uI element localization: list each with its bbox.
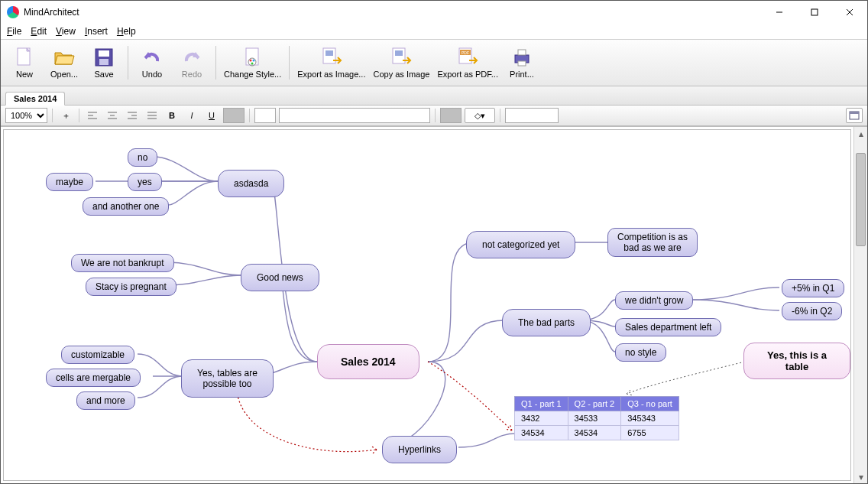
scroll-thumb[interactable] (856, 153, 866, 246)
close-button[interactable] (832, 1, 867, 24)
node-yes[interactable]: yes (128, 173, 162, 191)
file-new-icon (14, 47, 35, 68)
bold-button[interactable]: B (164, 108, 180, 123)
svg-rect-3 (99, 50, 109, 57)
export-pdf-icon: PDF (457, 47, 478, 68)
export-image-button[interactable]: Export as Image... (294, 42, 368, 83)
border-color-swatch[interactable] (440, 108, 462, 123)
table-row[interactable]: 34534 34534 6755 (515, 426, 679, 440)
node-root[interactable]: Sales 2014 (317, 344, 419, 379)
new-button[interactable]: New (5, 42, 44, 83)
document-tab[interactable]: Sales 2014 (5, 92, 65, 106)
maximize-button[interactable] (797, 1, 832, 24)
node-bad-parts[interactable]: The bad parts (502, 309, 591, 336)
copy-image-icon (390, 47, 412, 68)
node-q1[interactable]: +5% in Q1 (782, 279, 844, 297)
node-competition[interactable]: Competition is as bad as we are (607, 228, 698, 257)
folder-open-icon (53, 47, 75, 68)
underline-button[interactable]: U (203, 108, 220, 123)
redo-button[interactable]: Redo (173, 42, 211, 83)
copy-image-button[interactable]: Copy as Image (370, 42, 432, 83)
canvas-wrap: Sales 2014 asdasda no yes maybe and anot… (1, 126, 867, 483)
line-style-picker[interactable] (505, 108, 559, 123)
svg-rect-19 (518, 61, 526, 66)
node-no-style[interactable]: no style (615, 343, 666, 362)
window-title: MindArchitect (24, 7, 79, 18)
node-not-categorized[interactable]: not categorized yet (466, 231, 575, 258)
node-tables[interactable]: Yes, tables are possible too (181, 359, 274, 398)
align-justify-button[interactable] (144, 108, 160, 123)
node-and-another[interactable]: and another one (83, 197, 169, 216)
node-bankrupt[interactable]: We are not bankrupt (71, 254, 174, 272)
open-button[interactable]: Open... (45, 42, 83, 83)
toolbar-separator (128, 46, 128, 80)
save-button[interactable]: Save (85, 42, 123, 83)
undo-button[interactable]: Undo (133, 42, 171, 83)
table-header: Q1 - part 1 (515, 397, 568, 411)
node-good-news[interactable]: Good news (241, 264, 319, 291)
panel-toggle-button[interactable] (846, 108, 863, 123)
zoom-select[interactable]: 100% (5, 108, 47, 123)
svg-point-8 (252, 60, 254, 62)
app-icon (7, 6, 19, 18)
node-stacy[interactable]: Stacy is pregnant (86, 278, 177, 296)
menubar: File Edit View Insert Help (1, 24, 867, 39)
font-picker[interactable] (279, 108, 430, 123)
change-style-button[interactable]: Change Style... (221, 42, 284, 83)
shape-picker[interactable]: ◇▾ (465, 108, 495, 123)
italic-button[interactable]: I (183, 108, 200, 123)
svg-point-7 (249, 60, 251, 62)
node-and-more[interactable]: and more (76, 391, 135, 410)
table-header: Q2 - part 2 (568, 397, 621, 411)
align-left-button[interactable] (84, 108, 101, 123)
table-row[interactable]: 3432 34533 345343 (515, 411, 679, 426)
menu-help[interactable]: Help (117, 26, 136, 37)
scroll-down-icon[interactable]: ▾ (854, 470, 867, 483)
minimize-button[interactable] (762, 1, 797, 24)
table-header: Q3 - no part (621, 397, 679, 411)
toolbar-separator (215, 46, 216, 80)
node-no[interactable]: no (128, 148, 157, 167)
printer-icon (511, 47, 533, 68)
svg-rect-4 (99, 59, 108, 65)
font-color-swatch[interactable] (223, 108, 245, 123)
menu-edit[interactable]: Edit (31, 26, 47, 37)
mindmap-canvas[interactable]: Sales 2014 asdasda no yes maybe and anot… (3, 129, 851, 481)
menu-insert[interactable]: Insert (85, 26, 108, 37)
node-hyperlinks[interactable]: Hyperlinks (382, 436, 457, 463)
node-maybe[interactable]: maybe (46, 173, 93, 191)
svg-rect-18 (518, 50, 526, 55)
redo-icon (181, 47, 202, 68)
export-image-icon (321, 47, 342, 68)
toolbar-separator (289, 46, 290, 80)
menu-view[interactable]: View (56, 26, 76, 37)
titlebar: MindArchitect (1, 1, 867, 24)
menu-file[interactable]: File (7, 26, 21, 37)
app-window: MindArchitect File Edit View Insert Help… (0, 0, 868, 484)
format-bar: 100% ＋ B I U ◇▾ (1, 106, 867, 126)
embedded-table[interactable]: Q1 - part 1 Q2 - part 2 Q3 - no part 343… (514, 396, 679, 440)
node-q2[interactable]: -6% in Q2 (782, 302, 842, 320)
export-pdf-button[interactable]: PDF Export as PDF... (434, 42, 500, 83)
add-node-button[interactable]: ＋ (57, 108, 74, 123)
tabstrip: Sales 2014 (1, 86, 867, 106)
svg-point-9 (251, 63, 253, 65)
vertical-scrollbar[interactable]: ▴ ▾ (853, 127, 867, 483)
align-right-button[interactable] (124, 108, 141, 123)
toolbar: New Open... Save Undo Redo Change Style.… (1, 39, 867, 86)
node-sales-left[interactable]: Sales department left (615, 318, 721, 336)
node-callout-table[interactable]: Yes, this is a table (743, 343, 850, 379)
node-asdasda[interactable]: asdasda (218, 170, 284, 197)
fill-color-swatch[interactable] (254, 108, 276, 123)
svg-text:PDF: PDF (462, 50, 469, 55)
node-didnt-grow[interactable]: we didn't grow (615, 291, 693, 310)
save-icon (93, 47, 115, 68)
svg-rect-21 (850, 112, 859, 114)
node-customizable[interactable]: customizable (61, 346, 134, 364)
scroll-up-icon[interactable]: ▴ (854, 127, 867, 140)
print-button[interactable]: Print... (503, 42, 541, 83)
svg-rect-13 (395, 50, 403, 56)
palette-icon (242, 47, 264, 68)
align-center-button[interactable] (104, 108, 121, 123)
node-mergable[interactable]: cells are mergable (46, 369, 141, 387)
